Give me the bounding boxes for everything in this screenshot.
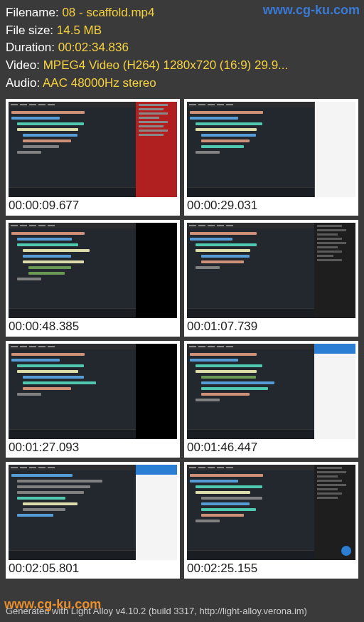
thumbnail-cell: 00:01:07.739 — [184, 220, 358, 337]
thumbnail-timestamp: 00:00:29.031 — [187, 197, 355, 213]
thumbnail-cell: 00:00:29.031 — [184, 99, 358, 216]
thumbnail-cell: 00:01:27.093 — [6, 341, 180, 458]
filename-label: Filename: — [6, 6, 59, 19]
filesize-value: 14.5 MB — [57, 23, 102, 37]
filesize-label: File size: — [6, 23, 53, 37]
thumbnail-cell: 00:00:48.385 — [6, 220, 180, 337]
thumbnail-image — [9, 223, 177, 318]
meta-duration: Duration: 00:02:34.836 — [6, 39, 358, 57]
duration-value: 00:02:34.836 — [58, 41, 129, 54]
thumbnail-timestamp: 00:02:25.155 — [187, 560, 355, 576]
thumbnail-cell: 00:00:09.677 — [6, 99, 180, 216]
thumbnail-timestamp: 00:01:07.739 — [187, 318, 355, 334]
video-label: Video: — [6, 58, 40, 72]
duration-label: Duration: — [6, 41, 55, 54]
fab-icon — [341, 546, 351, 556]
thumbnail-image — [9, 465, 177, 560]
meta-video: Video: MPEG4 Video (H264) 1280x720 (16:9… — [6, 57, 358, 75]
thumbnail-cell: 00:02:05.801 — [6, 462, 180, 579]
thumbnail-timestamp: 00:01:46.447 — [187, 439, 355, 455]
thumbnail-image — [187, 344, 355, 439]
filename-value: 08 - scaffold.mp4 — [62, 6, 154, 19]
thumbnail-image — [187, 465, 355, 560]
thumbnail-timestamp: 00:02:05.801 — [9, 560, 177, 576]
thumbnail-cell: 00:02:25.155 — [184, 462, 358, 579]
thumbnail-image — [9, 344, 177, 439]
thumbnail-timestamp: 00:01:27.093 — [9, 439, 177, 455]
watermark-bottom: www.cg-ku.com — [4, 597, 101, 612]
thumbnail-cell: 00:01:46.447 — [184, 341, 358, 458]
thumbnail-timestamp: 00:00:09.677 — [9, 197, 177, 213]
audio-label: Audio: — [6, 76, 40, 90]
meta-filesize: File size: 14.5 MB — [6, 22, 358, 40]
thumbnail-timestamp: 00:00:48.385 — [9, 318, 177, 334]
video-value: MPEG4 Video (H264) 1280x720 (16:9) 29.9.… — [43, 58, 289, 72]
audio-value: AAC 48000Hz stereo — [43, 76, 156, 90]
thumbnail-grid: 00:00:09.677 00:00:29.031 — [0, 96, 364, 581]
metadata-header: Filename: 08 - scaffold.mp4 File size: 1… — [0, 0, 364, 96]
meta-filename: Filename: 08 - scaffold.mp4 — [6, 4, 358, 22]
thumbnail-image — [187, 223, 355, 318]
thumbnail-image — [187, 102, 355, 197]
meta-audio: Audio: AAC 48000Hz stereo — [6, 75, 358, 93]
thumbnail-image — [9, 102, 177, 197]
